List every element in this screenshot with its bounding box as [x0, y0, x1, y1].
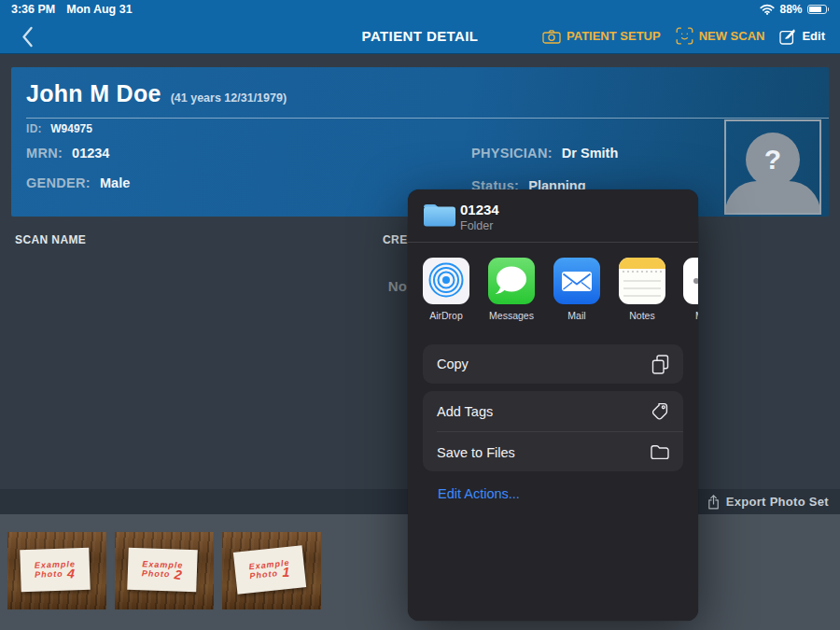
app-label: Notes [629, 310, 654, 321]
status-bar: 3:36 PM Mon Aug 31 88% [0, 0, 840, 18]
card-divider [26, 118, 829, 119]
top-bar: 3:36 PM Mon Aug 31 88% [0, 0, 840, 54]
compose-icon [779, 28, 796, 45]
photo-note-number: 4 [67, 569, 76, 580]
physician-value: Dr Smith [562, 146, 618, 161]
share-sheet-title: 01234 [460, 202, 499, 217]
share-sheet: 01234 Folder AirDrop [408, 189, 698, 621]
notes-icon [619, 258, 665, 304]
photo-note: Example Photo1 [233, 545, 306, 594]
battery-icon [807, 5, 830, 14]
app-label: AirDrop [429, 310, 463, 321]
photo-note-line2: Photo [35, 569, 63, 580]
share-sheet-subtitle: Folder [460, 219, 493, 232]
save-to-files-action[interactable]: Save to Files [423, 432, 683, 471]
photo-note-line2: Photo [249, 569, 278, 581]
edit-button[interactable]: Edit [779, 28, 825, 45]
patient-id-label: ID: [26, 122, 42, 135]
share-app-more[interactable]: More [679, 258, 698, 321]
patient-name: John M Doe [26, 80, 161, 107]
share-app-mail[interactable]: Mail [549, 258, 605, 321]
folder-icon [423, 202, 456, 228]
add-tags-action[interactable]: Add Tags [423, 391, 683, 431]
photo-thumbnail[interactable]: Example Photo1 [222, 532, 321, 609]
share-action-group-copy: Copy [423, 344, 683, 384]
avatar-shoulders [725, 181, 820, 213]
gender-value: Male [100, 175, 130, 190]
share-action-group-files: Add Tags Save to Files [423, 391, 683, 471]
avatar-placeholder: ? [746, 133, 800, 187]
share-icon [707, 495, 720, 510]
patient-age-dob: (41 years 12/31/1979) [171, 91, 287, 105]
camera-icon [542, 29, 561, 44]
photo-thumbnail[interactable]: Example Photo4 [7, 532, 106, 609]
screen: 3:36 PM Mon Aug 31 88% [0, 0, 840, 630]
add-tags-label: Add Tags [437, 404, 493, 419]
share-app-airdrop[interactable]: AirDrop [418, 258, 474, 321]
copy-action[interactable]: Copy [423, 344, 683, 384]
wifi-icon [760, 4, 775, 15]
more-icon [683, 258, 698, 304]
navigation-bar: PATIENT DETAIL PATIENT SETUP [0, 18, 840, 54]
photo-note: Example Photo2 [127, 548, 198, 592]
messages-icon [488, 258, 535, 304]
mrn-value: 01234 [72, 146, 109, 161]
export-photo-set-label: Export Photo Set [726, 495, 829, 509]
edit-actions-link[interactable]: Edit Actions... [438, 486, 520, 501]
column-header-scan-name: SCAN NAME [15, 233, 86, 246]
new-scan-label: NEW SCAN [699, 29, 765, 43]
patient-avatar: ? [724, 119, 821, 215]
files-folder-icon [651, 444, 669, 460]
photo-note-number: 2 [174, 570, 183, 581]
mrn-label: MRN: [26, 146, 63, 161]
gender-label: GENDER: [26, 175, 91, 190]
photo-note: Example Photo4 [20, 548, 91, 592]
airdrop-icon [423, 258, 469, 304]
photo-note-line2: Photo [141, 569, 170, 580]
physician-label: PHYSICIAN: [471, 146, 553, 161]
share-sheet-header: 01234 Folder [408, 189, 698, 243]
status-date: Mon Aug 31 [66, 3, 132, 16]
share-app-notes[interactable]: Notes [614, 258, 670, 321]
app-label: Messages [489, 310, 534, 321]
share-apps-row: AirDrop Messages [408, 243, 698, 343]
patient-setup-label: PATIENT SETUP [567, 29, 661, 43]
status-time: 3:36 PM [11, 3, 55, 16]
face-scan-icon [676, 27, 693, 45]
edit-label: Edit [802, 29, 825, 43]
save-to-files-label: Save to Files [437, 445, 515, 460]
tag-icon [651, 402, 669, 420]
patient-id-value: W94975 [50, 122, 92, 135]
app-label: More [695, 310, 698, 321]
new-scan-button[interactable]: NEW SCAN [676, 27, 765, 45]
patient-setup-button[interactable]: PATIENT SETUP [542, 29, 661, 44]
share-app-messages[interactable]: Messages [483, 258, 539, 321]
photo-thumbnail[interactable]: Example Photo2 [115, 532, 214, 609]
copy-icon [651, 355, 669, 374]
mail-icon [553, 258, 600, 304]
copy-label: Copy [437, 357, 469, 371]
app-label: Mail [567, 310, 585, 321]
photo-note-number: 1 [283, 568, 291, 578]
battery-percent: 88% [779, 3, 802, 16]
